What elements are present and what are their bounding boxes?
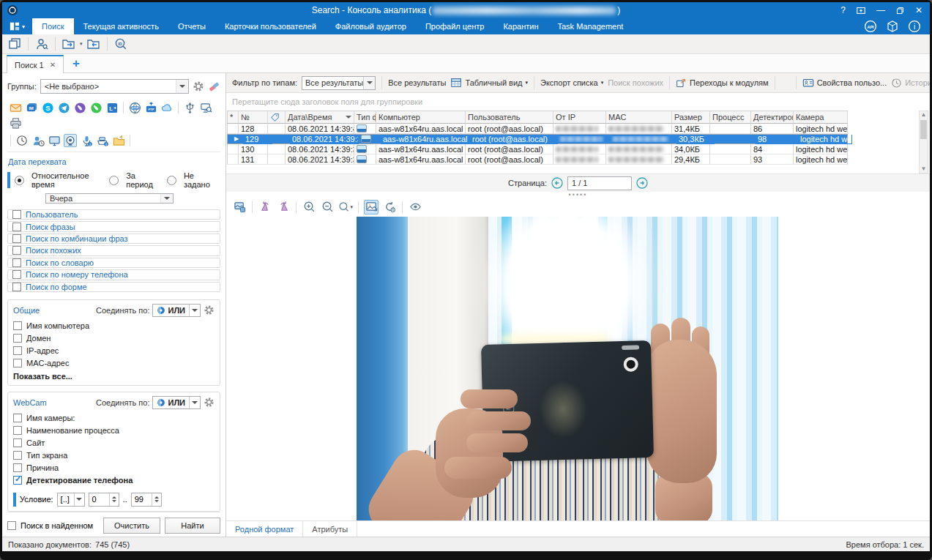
- menu-tab-file-auditor[interactable]: Файловый аудитор: [326, 18, 416, 34]
- col-filetype[interactable]: Тип фа: [354, 111, 376, 124]
- restore-button[interactable]: [895, 6, 905, 15]
- condition-from-stepper[interactable]: 0: [89, 493, 119, 507]
- menu-tab-profile-center[interactable]: Профайл центр: [416, 18, 493, 34]
- criterion-similar[interactable]: Поиск похожих: [7, 245, 220, 255]
- webcam-process-name[interactable]: Наименование процесса: [13, 425, 215, 437]
- fit-to-window-button[interactable]: [364, 200, 379, 214]
- go-to-modules-button[interactable]: Переходы к модулям: [676, 78, 769, 89]
- clear-button[interactable]: Очистить: [103, 518, 160, 534]
- export-cube-icon[interactable]: [886, 20, 899, 33]
- usb-channel-icon[interactable]: [183, 101, 196, 114]
- user-activity-channel-icon[interactable]: [31, 134, 45, 147]
- criterion-user[interactable]: Пользователь: [7, 209, 220, 220]
- telegram-channel-icon[interactable]: [57, 101, 70, 114]
- menu-tab-task-management[interactable]: Task Management: [548, 18, 633, 34]
- menu-tab-poisk[interactable]: Поиск: [32, 18, 73, 34]
- col-tag[interactable]: [268, 111, 286, 124]
- device-search-channel-icon[interactable]: [199, 101, 212, 114]
- common-computer-name[interactable]: Имя компьютера: [13, 320, 215, 332]
- col-process[interactable]: Процесс: [710, 111, 751, 124]
- monitor-channel-icon[interactable]: [48, 134, 61, 147]
- webcam-site[interactable]: Сайт: [13, 437, 215, 449]
- tab-native-format[interactable]: Родной формат: [226, 521, 303, 537]
- table-row-130[interactable]: 130 08.06.2021 14:39:36 aas-w81x64ru.aas…: [227, 144, 848, 154]
- col-size[interactable]: Размер: [672, 111, 710, 124]
- skype-channel-icon[interactable]: [41, 101, 54, 114]
- common-settings-icon[interactable]: [204, 305, 215, 316]
- condition-operator-select[interactable]: [..]: [57, 493, 85, 507]
- type-filter-select[interactable]: Все результаты: [302, 76, 376, 90]
- tab-attributes[interactable]: Атрибуты: [303, 521, 357, 537]
- table-header[interactable]: * № Дата\Время Тип фа Компьютер Пользова…: [227, 111, 848, 124]
- close-tab-icon[interactable]: ✕: [50, 61, 56, 69]
- criterion-dictionary[interactable]: Поиск по словарю: [7, 258, 220, 268]
- refresh-image-button[interactable]: [382, 200, 397, 214]
- all-results-button[interactable]: Все результаты: [388, 78, 446, 87]
- col-computer[interactable]: Компьютер: [376, 111, 466, 124]
- checkbox[interactable]: [12, 283, 21, 291]
- col-num[interactable]: №: [239, 111, 268, 124]
- checkbox[interactable]: [12, 270, 21, 279]
- checkbox[interactable]: [12, 210, 21, 219]
- table-view-button[interactable]: Табличный вид▾: [450, 77, 528, 89]
- relative-time-select[interactable]: Вчера: [45, 193, 174, 204]
- mail-channel-icon[interactable]: [9, 101, 22, 114]
- webcam-reason[interactable]: Причина: [13, 462, 215, 474]
- app-menu-button[interactable]: ▾: [2, 18, 32, 34]
- user-search-button[interactable]: [34, 36, 50, 52]
- menu-tab-quarantine[interactable]: Карантин: [493, 18, 548, 34]
- condition-to-stepper[interactable]: 99: [131, 493, 162, 507]
- prev-page-icon[interactable]: [551, 177, 563, 189]
- folder-channel-icon[interactable]: [112, 134, 125, 147]
- viber-channel-icon[interactable]: [73, 101, 86, 114]
- search-tab[interactable]: Поиск 1 ✕: [7, 55, 64, 73]
- rotate-left-button[interactable]: [258, 200, 272, 214]
- window-tray-icon[interactable]: [856, 5, 866, 15]
- scrollbar-thumb[interactable]: [920, 120, 927, 139]
- splitter-handle[interactable]: •••••: [226, 192, 930, 198]
- page-input[interactable]: [567, 176, 632, 190]
- clear-groups-icon[interactable]: [208, 81, 220, 93]
- add-tab-button[interactable]: +: [72, 56, 80, 72]
- api-icon[interactable]: [864, 20, 877, 33]
- webcam-join-select[interactable]: ИЛИ: [152, 396, 201, 409]
- col-user[interactable]: Пользователь: [466, 111, 553, 124]
- criterion-phrase-combination[interactable]: Поиск по комбинации фраз: [7, 234, 220, 244]
- radio-relative-time[interactable]: [15, 176, 24, 185]
- import-query-button[interactable]: [86, 36, 102, 52]
- common-domain[interactable]: Домен: [13, 332, 215, 345]
- menu-tab-user-cards[interactable]: Карточки пользователей: [215, 18, 326, 34]
- checkbox[interactable]: [12, 234, 21, 243]
- export-query-caret[interactable]: ▾: [80, 41, 83, 47]
- menu-tab-activity[interactable]: Текущая активность: [74, 18, 168, 34]
- radio-not-set[interactable]: [167, 176, 176, 185]
- export-query-button[interactable]: [61, 36, 77, 52]
- group-by-bar[interactable]: Перетащите сюда заголовок поля для групп…: [226, 94, 930, 109]
- export-list-button[interactable]: Экспорт списка▾: [540, 78, 603, 87]
- table-row-129-selected[interactable]: ▶ 129 08.06.2021 14:39:38 aas-w81x64ru.a…: [227, 134, 848, 144]
- webcam-phone-detection[interactable]: Детектирование телефона: [13, 474, 215, 487]
- webcam-channel-icon[interactable]: [64, 134, 77, 147]
- table-row-128[interactable]: 128 08.06.2021 14:39:41 aas-w81x64ru.aas…: [227, 124, 848, 134]
- im-channel-icon[interactable]: [25, 101, 38, 114]
- col-detected[interactable]: Детектирова: [751, 111, 794, 124]
- webcam-screen-type[interactable]: Тип экрана: [13, 449, 215, 462]
- common-join-select[interactable]: ИЛИ: [152, 304, 201, 317]
- info-icon[interactable]: [908, 20, 921, 33]
- cascade-windows-button[interactable]: [7, 36, 23, 52]
- keylogger-channel-icon[interactable]: [96, 134, 109, 147]
- groups-select[interactable]: <Не выбрано>: [40, 79, 189, 94]
- user-properties-button[interactable]: Свойства пользо...: [802, 77, 887, 89]
- zoom-in-button[interactable]: [302, 200, 316, 214]
- checkbox[interactable]: [12, 246, 21, 255]
- col-camera[interactable]: Камера: [794, 111, 848, 124]
- zoom-out-button[interactable]: [320, 200, 335, 214]
- find-button[interactable]: Найти: [165, 518, 220, 534]
- col-mac[interactable]: MAC: [606, 111, 672, 124]
- id-search-button[interactable]: [113, 36, 129, 52]
- common-mac-address[interactable]: MAC-адрес: [13, 357, 215, 370]
- webcam-camera-name[interactable]: Имя камеры:: [13, 412, 215, 425]
- view-mode-eye-button[interactable]: [408, 200, 422, 214]
- cloud-channel-icon[interactable]: [160, 101, 174, 114]
- minimize-button[interactable]: —: [876, 5, 885, 15]
